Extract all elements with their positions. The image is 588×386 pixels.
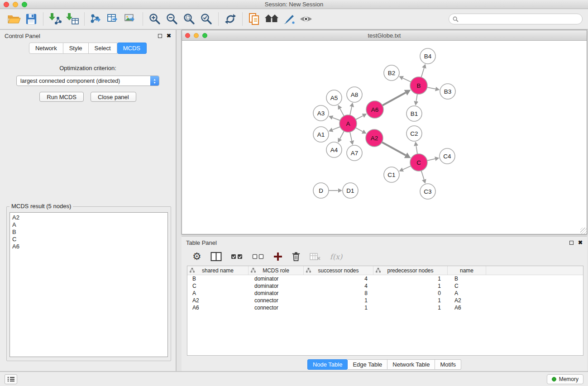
tab-select[interactable]: Select — [89, 43, 117, 54]
float-panel-icon[interactable] — [158, 34, 162, 38]
close-panel-button[interactable]: Close panel — [91, 92, 136, 102]
task-history-button[interactable] — [5, 374, 17, 384]
duplicate-page-icon[interactable] — [246, 11, 263, 27]
edge-A6-B[interactable] — [382, 93, 406, 105]
home-icon[interactable] — [263, 11, 280, 27]
edge-A-A1[interactable] — [333, 127, 340, 130]
search-box[interactable] — [449, 14, 583, 24]
node-B1[interactable]: B1 — [406, 106, 422, 121]
table-row[interactable]: Bdominator41B — [187, 275, 583, 282]
edge-C-C1[interactable] — [403, 166, 411, 170]
export-network-icon[interactable] — [88, 11, 105, 27]
table-float-panel-icon[interactable] — [569, 241, 574, 245]
window-resize-grip[interactable] — [580, 228, 587, 234]
network-graph[interactable]: B4B2BB3A5A8A6B1A3AC2A1A2A4A7C4CC1C3DD1 — [182, 41, 587, 234]
edge-A-A7[interactable] — [350, 132, 352, 141]
refresh-icon[interactable] — [222, 11, 239, 27]
tab-network[interactable]: Network — [29, 43, 63, 54]
search-input[interactable] — [461, 16, 578, 23]
select-all-icon[interactable] — [231, 250, 243, 263]
edge-A2-C[interactable] — [382, 142, 406, 155]
node-A2[interactable]: A2 — [366, 129, 383, 147]
node-D[interactable]: D — [313, 183, 329, 198]
table-row[interactable]: Adominator80A — [187, 290, 583, 297]
edge-A-A3[interactable] — [333, 118, 340, 120]
close-panel-icon[interactable]: ✖ — [167, 33, 171, 39]
export-table-icon[interactable] — [105, 11, 122, 27]
column-header-successor-nodes[interactable]: successor nodes — [304, 266, 373, 275]
zoom-out-icon[interactable] — [163, 11, 181, 27]
mcds-result-item[interactable]: A2 — [12, 214, 165, 221]
edge-A-A8[interactable] — [350, 107, 352, 115]
unselect-all-icon[interactable] — [252, 250, 264, 263]
import-table-icon[interactable] — [64, 11, 81, 27]
node-C3[interactable]: C3 — [420, 184, 435, 199]
open-session-icon[interactable] — [5, 11, 23, 27]
show-column-icon[interactable] — [210, 250, 222, 263]
function-builder-icon[interactable]: f(x) — [330, 250, 342, 263]
node-C4[interactable]: C4 — [440, 148, 455, 164]
node-A4[interactable]: A4 — [326, 142, 342, 157]
node-B[interactable]: B — [410, 77, 427, 94]
delete-column-icon[interactable] — [292, 250, 301, 263]
node-B4[interactable]: B4 — [420, 48, 435, 64]
mcds-result-list[interactable]: A2ABCA6 — [10, 212, 168, 357]
node-A3[interactable]: A3 — [313, 105, 329, 121]
edge-B-B3[interactable] — [427, 87, 435, 89]
network-close-button[interactable] — [185, 33, 190, 38]
mcds-result-item[interactable]: A6 — [12, 243, 165, 250]
network-zoom-button[interactable] — [202, 33, 207, 38]
zoom-window-button[interactable] — [22, 2, 27, 7]
tab-motifs[interactable]: Motifs — [435, 359, 461, 370]
node-B2[interactable]: B2 — [384, 65, 399, 81]
table-settings-gear-icon[interactable]: ⚙ — [192, 250, 201, 263]
node-A5[interactable]: A5 — [326, 90, 342, 105]
zoom-selected-icon[interactable] — [198, 11, 215, 27]
node-C[interactable]: C — [410, 154, 427, 171]
table-row[interactable]: Cdominator41C — [187, 282, 583, 290]
mcds-result-item[interactable]: A — [12, 221, 165, 229]
edge-C-C4[interactable] — [427, 159, 435, 161]
zoom-in-icon[interactable] — [146, 11, 163, 27]
node-D1[interactable]: D1 — [343, 183, 358, 198]
criterion-dropdown[interactable]: largest connected component (directed) ▲… — [16, 76, 159, 86]
save-session-icon[interactable] — [23, 11, 40, 27]
column-header-name[interactable]: name — [448, 266, 486, 275]
edge-B-B4[interactable] — [421, 68, 424, 77]
node-A7[interactable]: A7 — [347, 145, 362, 161]
column-header-shared-name[interactable]: shared name — [187, 266, 249, 275]
edge-A-A2[interactable] — [356, 128, 363, 132]
table-close-panel-icon[interactable]: ✖ — [578, 239, 583, 246]
import-network-icon[interactable] — [47, 11, 64, 27]
export-image-icon[interactable] — [122, 11, 139, 27]
style-brush-icon[interactable] — [280, 11, 297, 27]
mcds-result-item[interactable]: B — [12, 229, 165, 236]
tab-style[interactable]: Style — [63, 43, 89, 54]
minimize-window-button[interactable] — [13, 2, 18, 7]
node-A1[interactable]: A1 — [313, 127, 329, 142]
edge-A-A5[interactable] — [340, 109, 344, 116]
show-details-eye-icon[interactable] — [297, 11, 315, 27]
zoom-fit-icon[interactable] — [181, 11, 198, 27]
column-header-mcds-role[interactable]: MCDS role — [249, 266, 304, 275]
edge-B-B2[interactable] — [403, 78, 411, 82]
node-A6[interactable]: A6 — [366, 101, 383, 118]
edge-A-A4[interactable] — [340, 131, 344, 139]
edge-B-B1[interactable] — [416, 94, 417, 101]
node-A8[interactable]: A8 — [347, 87, 362, 102]
table-row[interactable]: A2connector11A2 — [187, 297, 583, 304]
tab-mcds[interactable]: MCDS — [117, 43, 147, 54]
node-A[interactable]: A — [339, 115, 357, 132]
column-header-predecessor-nodes[interactable]: predecessor nodes — [373, 266, 448, 275]
network-minimize-button[interactable] — [194, 33, 199, 38]
edge-A-A6[interactable] — [356, 116, 363, 119]
edge-C-C2[interactable] — [416, 146, 417, 154]
node-C2[interactable]: C2 — [406, 126, 422, 141]
network-canvas[interactable]: B4B2BB3A5A8A6B1A3AC2A1A2A4A7C4CC1C3DD1 — [182, 41, 587, 234]
add-column-icon[interactable] — [273, 250, 282, 263]
tab-edge-table[interactable]: Edge Table — [348, 359, 387, 370]
tab-network-table[interactable]: Network Table — [387, 359, 435, 370]
run-mcds-button[interactable]: Run MCDS — [39, 92, 84, 102]
tab-node-table[interactable]: Node Table — [307, 359, 348, 370]
close-window-button[interactable] — [4, 2, 9, 7]
